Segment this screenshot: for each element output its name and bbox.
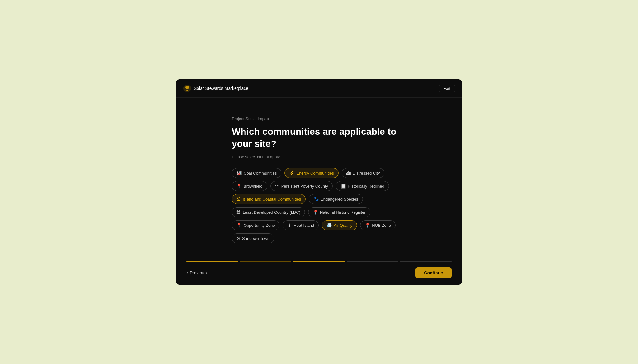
tag-airquality-label: Air Quality (334, 223, 352, 228)
continue-button[interactable]: Continue (415, 267, 452, 278)
tag-heat-label: Heat Island (293, 223, 314, 228)
tag-persistent-label: Persistent Poverty County (281, 184, 328, 189)
logo-icon (183, 84, 191, 92)
tag-endangered-label: Endangered Species (321, 197, 358, 202)
exit-button[interactable]: Exit (439, 85, 455, 92)
sub-label: Please select all that apply. (232, 155, 406, 159)
endangered-icon: 🐾 (313, 197, 319, 202)
previous-label: Previous (190, 270, 207, 275)
tag-brownfield-label: Brownfield (244, 184, 263, 189)
persistent-icon: 〰 (275, 184, 279, 189)
tag-coal-label: Coal Communities (244, 171, 277, 175)
historic-icon: 📍 (313, 210, 318, 215)
ldc-icon: 🏛 (236, 210, 241, 215)
tags-row-5: 📍 Opportunity Zone 🌡 Heat Island 💨 Air Q… (232, 220, 406, 230)
hub-icon: 📍 (365, 223, 370, 228)
tag-historic[interactable]: 📍 National Historic Register (308, 207, 370, 217)
tag-island-label: Island and Coastal Communities (243, 197, 301, 202)
coal-icon: 🏭 (236, 170, 242, 175)
tag-persistent[interactable]: 〰 Persistent Poverty County (270, 181, 333, 191)
tags-row-3: 🏝 Island and Coastal Communities 🐾 Endan… (232, 194, 406, 204)
tag-ldc[interactable]: 🏛 Least Developed Country (LDC) (232, 207, 305, 217)
tags-row-4: 🏛 Least Developed Country (LDC) 📍 Nation… (232, 207, 406, 217)
island-icon: 🏝 (236, 197, 241, 202)
tag-historically-label: Historically Redlined (348, 184, 384, 189)
tag-opportunity-label: Opportunity Zone (244, 223, 275, 228)
tag-coal[interactable]: 🏭 Coal Communities (232, 168, 281, 178)
footer: ‹ Previous Continue (176, 261, 462, 285)
header: Solar Stewards Marketplace Exit (176, 79, 462, 98)
opportunity-icon: 📍 (236, 223, 242, 228)
tag-endangered[interactable]: 🐾 Endangered Species (309, 194, 363, 204)
modal-container: Solar Stewards Marketplace Exit Project … (176, 79, 462, 285)
tag-hub-label: HUB Zone (372, 223, 391, 228)
historically-icon: 🔲 (340, 184, 346, 189)
airquality-icon: 💨 (326, 223, 332, 228)
svg-rect-2 (186, 90, 188, 91)
previous-button[interactable]: ‹ Previous (186, 270, 207, 275)
logo-area: Solar Stewards Marketplace (183, 84, 248, 92)
prev-chevron-icon: ‹ (186, 270, 188, 275)
tag-energy-label: Energy Communities (296, 171, 334, 175)
tag-sundown-label: Sundown Town (242, 236, 269, 241)
tag-distressed[interactable]: 🏙 Distressed City (342, 168, 384, 178)
sundown-icon: ⊗ (236, 236, 240, 241)
heat-icon: 🌡 (287, 223, 292, 228)
progress-1 (186, 261, 238, 262)
main-content: Project Social Impact Which communities … (176, 98, 462, 261)
section-label: Project Social Impact (232, 116, 406, 121)
tag-distressed-label: Distressed City (353, 171, 380, 175)
distressed-icon: 🏙 (346, 170, 351, 175)
main-question: Which communities are applicable to your… (232, 125, 406, 150)
progress-3 (293, 261, 345, 262)
progress-bar (183, 261, 455, 262)
tag-historic-label: National Historic Register (320, 210, 366, 215)
tag-sundown[interactable]: ⊗ Sundown Town (232, 233, 274, 243)
progress-5 (400, 261, 452, 262)
tags-row-1: 🏭 Coal Communities ⚡ Energy Communities … (232, 168, 406, 178)
tag-energy[interactable]: ⚡ Energy Communities (284, 168, 339, 178)
energy-icon: ⚡ (289, 170, 294, 175)
tags-row-6: ⊗ Sundown Town (232, 233, 406, 243)
tags-container: 🏭 Coal Communities ⚡ Energy Communities … (232, 168, 406, 243)
progress-4 (347, 261, 398, 262)
progress-2 (240, 261, 292, 262)
nav-row: ‹ Previous Continue (183, 267, 455, 278)
tags-row-2: 📍 Brownfield 〰 Persistent Poverty County… (232, 181, 406, 191)
tag-brownfield[interactable]: 📍 Brownfield (232, 181, 267, 191)
tag-opportunity[interactable]: 📍 Opportunity Zone (232, 220, 279, 230)
tag-hub[interactable]: 📍 HUB Zone (360, 220, 396, 230)
tag-airquality[interactable]: 💨 Air Quality (322, 220, 357, 230)
tag-heat[interactable]: 🌡 Heat Island (283, 220, 319, 230)
tag-ldc-label: Least Developed Country (LDC) (243, 210, 300, 215)
brownfield-icon: 📍 (236, 184, 242, 189)
svg-point-1 (185, 86, 189, 89)
app-title: Solar Stewards Marketplace (194, 86, 248, 91)
tag-historically[interactable]: 🔲 Historically Redlined (336, 181, 389, 191)
tag-island[interactable]: 🏝 Island and Coastal Communities (232, 194, 306, 204)
